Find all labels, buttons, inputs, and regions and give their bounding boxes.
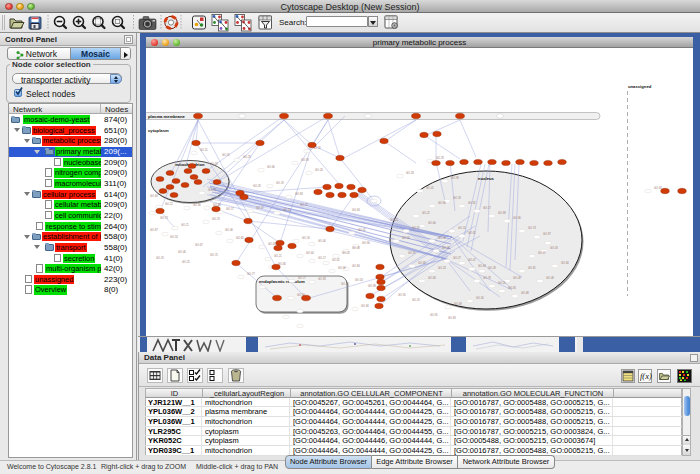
svg-text:GO-48: GO-48 (546, 276, 554, 280)
svg-text:GO-93: GO-93 (301, 158, 309, 162)
svg-text:GO-78: GO-78 (436, 156, 444, 160)
svg-text:GO-83: GO-83 (448, 316, 456, 320)
svg-text:GO-57: GO-57 (412, 226, 420, 230)
svg-text:GO-89: GO-89 (498, 211, 506, 215)
svg-text:GO-33: GO-33 (406, 171, 414, 175)
svg-text:GO-77: GO-77 (247, 272, 255, 276)
svg-text:GO-84: GO-84 (561, 261, 569, 265)
svg-text:GO-21: GO-21 (181, 223, 189, 227)
svg-text:GO-81: GO-81 (528, 266, 536, 270)
svg-text:GO-22: GO-22 (165, 202, 173, 206)
svg-text:GO-18: GO-18 (302, 236, 310, 240)
svg-text:GO-33: GO-33 (550, 246, 558, 250)
svg-text:f(x): f(x) (640, 371, 652, 381)
svg-text:GO-72: GO-72 (300, 203, 308, 207)
svg-text:GO-83: GO-83 (295, 192, 303, 196)
svg-text:GO-47: GO-47 (468, 258, 476, 262)
svg-text:GO-29: GO-29 (243, 155, 251, 159)
svg-text:GO-29: GO-29 (253, 184, 261, 188)
svg-text:GO-15: GO-15 (390, 218, 398, 222)
svg-text:GO-23: GO-23 (438, 266, 446, 270)
svg-text:GO-78: GO-78 (208, 188, 216, 192)
svg-text:GO-31: GO-31 (222, 153, 230, 157)
svg-text:GO-41: GO-41 (358, 228, 366, 232)
svg-text:GO-19: GO-19 (156, 256, 164, 260)
svg-text:nucleus: nucleus (478, 176, 494, 181)
svg-text:GO-82: GO-82 (332, 258, 340, 262)
svg-text:GO-98: GO-98 (368, 284, 376, 288)
svg-text:GO-37: GO-37 (256, 206, 264, 210)
svg-text:GO-84: GO-84 (428, 276, 436, 280)
svg-text:GO-90: GO-90 (362, 241, 370, 245)
svg-text:GO-22: GO-22 (422, 211, 430, 215)
svg-text:GO-38: GO-38 (352, 246, 360, 250)
svg-text:GO-60: GO-60 (267, 165, 275, 169)
svg-text:GO-79: GO-79 (483, 276, 491, 280)
svg-text:GO-19: GO-19 (412, 298, 420, 302)
svg-text:GO-25: GO-25 (342, 251, 350, 255)
svg-text:GO-19: GO-19 (276, 181, 284, 185)
svg-text:GO-63: GO-63 (478, 264, 486, 268)
svg-text:GO-50: GO-50 (341, 282, 349, 286)
svg-text:GO-46: GO-46 (178, 250, 186, 254)
svg-text:GO-53: GO-53 (355, 278, 363, 282)
svg-text:GO-64: GO-64 (306, 251, 314, 255)
svg-text:GO-97: GO-97 (543, 232, 551, 236)
svg-text:GO-53: GO-53 (170, 235, 178, 239)
svg-text:GO-90: GO-90 (338, 266, 346, 270)
svg-text:GO-34: GO-34 (402, 236, 410, 240)
svg-text:GO-27: GO-27 (453, 256, 461, 260)
svg-text:GO-68: GO-68 (521, 291, 529, 295)
svg-text:GO-36: GO-36 (513, 216, 521, 220)
svg-text:GO-80: GO-80 (438, 201, 446, 205)
svg-text:GO-74: GO-74 (212, 217, 220, 221)
svg-text:GO-84: GO-84 (361, 304, 369, 308)
svg-text:unassigned: unassigned (628, 84, 652, 89)
svg-text:GO-63: GO-63 (352, 208, 360, 212)
svg-text:GO-48: GO-48 (225, 228, 233, 232)
svg-text:GO-38: GO-38 (442, 246, 450, 250)
svg-text:GO-67: GO-67 (195, 243, 203, 247)
svg-text:GO-49: GO-49 (513, 276, 521, 280)
svg-text:GO-51: GO-51 (200, 148, 208, 152)
svg-text:GO-60: GO-60 (428, 221, 436, 225)
svg-text:GO-97: GO-97 (538, 251, 546, 255)
svg-text:GO-63: GO-63 (268, 242, 276, 246)
svg-text:GO-95: GO-95 (398, 293, 406, 297)
svg-text:GO-15: GO-15 (458, 226, 466, 230)
svg-text:GO-17: GO-17 (298, 276, 306, 280)
svg-text:GO-25: GO-25 (182, 260, 190, 264)
svg-text:GO-69: GO-69 (454, 302, 462, 306)
svg-text:GO-87: GO-87 (150, 228, 158, 232)
svg-text:GO-83: GO-83 (318, 277, 326, 281)
svg-text:GO-17: GO-17 (483, 206, 491, 210)
svg-text:GO-63: GO-63 (150, 194, 158, 198)
svg-text:GO-17: GO-17 (318, 256, 326, 260)
svg-text:GO-18: GO-18 (453, 196, 461, 200)
svg-text:GO-20: GO-20 (315, 168, 323, 172)
svg-text:GO-16: GO-16 (438, 236, 446, 240)
svg-text:GO-17: GO-17 (226, 207, 234, 211)
svg-text:GO-53: GO-53 (210, 162, 218, 166)
svg-text:GO-73: GO-73 (528, 226, 536, 230)
svg-text:GO-83: GO-83 (418, 261, 426, 265)
svg-text:GO-41: GO-41 (426, 186, 434, 190)
svg-text:GO-84: GO-84 (352, 264, 360, 268)
svg-text:GO-25: GO-25 (498, 281, 506, 285)
svg-text:GO-99: GO-99 (451, 176, 459, 180)
svg-text:GO-40: GO-40 (318, 239, 326, 243)
svg-text:GO-75: GO-75 (210, 253, 218, 257)
svg-text:GO-82: GO-82 (468, 201, 476, 205)
svg-text:GO-91: GO-91 (408, 251, 416, 255)
svg-text:cytoplasm: cytoplasm (148, 128, 169, 133)
svg-text:GO-56: GO-56 (193, 203, 201, 207)
svg-text:GO-83: GO-83 (508, 286, 516, 290)
svg-text:GO-28: GO-28 (488, 266, 496, 270)
svg-text:GO-81: GO-81 (430, 313, 438, 317)
svg-text:plasma membrane: plasma membrane (148, 113, 185, 118)
svg-text:GO-65: GO-65 (236, 236, 244, 240)
svg-text:GO-14: GO-14 (283, 208, 291, 212)
svg-text:GO-21: GO-21 (274, 254, 282, 258)
svg-text:GO-73: GO-73 (160, 216, 168, 220)
svg-text:GO-81: GO-81 (468, 231, 476, 235)
